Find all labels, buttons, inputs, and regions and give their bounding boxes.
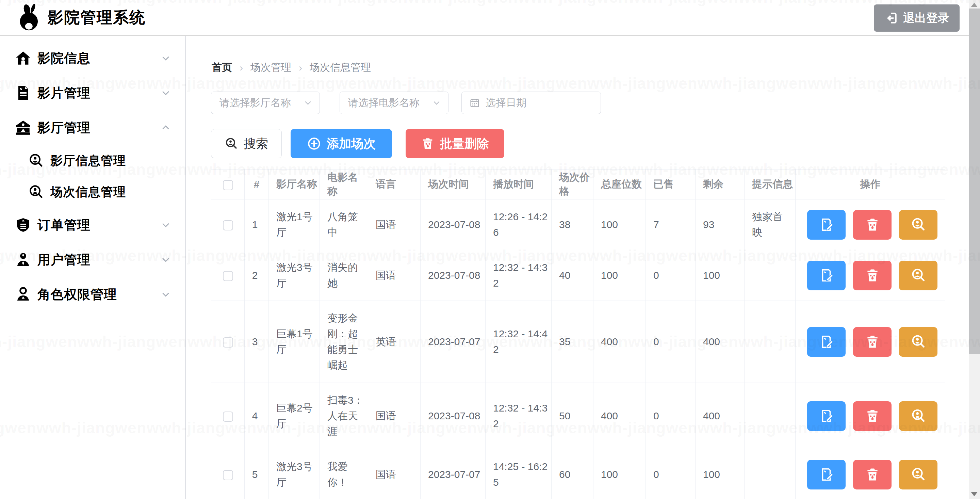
sidebar-item-cinema-info[interactable]: 影院信息 <box>0 41 185 76</box>
breadcrumb-home[interactable]: 首页 <box>212 61 232 75</box>
scrollbar-up-arrow[interactable] <box>971 3 978 7</box>
cell-play-time: 12:32 - 14:32 <box>485 250 552 301</box>
cell-play-time: 12:26 - 14:26 <box>485 199 552 250</box>
edit-button[interactable] <box>807 210 846 240</box>
breadcrumb-current: 场次信息管理 <box>310 61 371 75</box>
cell-movie: 变形金刚：超能勇士崛起 <box>320 301 368 383</box>
search-button[interactable]: 搜索 <box>211 129 282 158</box>
row-checkbox[interactable] <box>223 220 233 230</box>
col-header-session-date: 场次时间 <box>421 169 485 199</box>
cell-sold: 7 <box>646 199 695 250</box>
trash-icon <box>865 408 880 423</box>
cell-note <box>745 301 795 383</box>
cell-price: 50 <box>552 383 593 449</box>
delete-button[interactable] <box>853 401 891 431</box>
toolbar: 搜索 添加场次 批量删除 <box>211 129 504 158</box>
cell-total-seats: 400 <box>593 301 646 383</box>
view-button[interactable] <box>899 460 937 489</box>
view-button[interactable] <box>899 261 937 290</box>
cell-session-date: 2023-07-07 <box>421 301 485 383</box>
add-session-button[interactable]: 添加场次 <box>291 129 392 158</box>
delete-button[interactable] <box>853 261 891 290</box>
row-actions <box>803 460 942 489</box>
cell-session-date: 2023-07-08 <box>421 199 485 250</box>
cell-price: 60 <box>552 449 593 499</box>
sidebar-item-role-permission-mgmt[interactable]: 角色权限管理 <box>0 277 185 312</box>
edit-document-icon <box>819 217 834 233</box>
select-chevron-down-icon <box>432 98 441 108</box>
cell-note <box>745 383 795 449</box>
cell-sold: 0 <box>646 383 695 449</box>
sidebar-item-user-mgmt[interactable]: 用户管理 <box>0 242 185 277</box>
hall-name-select[interactable]: 请选择影厅名称 <box>211 92 320 114</box>
select-all-checkbox[interactable] <box>223 180 233 190</box>
cell-remaining: 100 <box>695 250 745 301</box>
view-button[interactable] <box>899 401 937 431</box>
add-session-label: 添加场次 <box>327 136 375 152</box>
scrollbar-thumb[interactable] <box>969 8 980 354</box>
cell-total-seats: 100 <box>593 199 646 250</box>
cell-price: 38 <box>552 199 593 250</box>
cell-price: 40 <box>552 250 593 301</box>
edit-button[interactable] <box>807 327 846 357</box>
cell-movie: 扫毒3：人在天涯 <box>320 383 368 449</box>
col-header-actions: 操作 <box>795 169 945 199</box>
sidebar-item-hall-mgmt[interactable]: 影厅管理 <box>0 110 185 145</box>
batch-delete-button[interactable]: 批量删除 <box>406 129 504 158</box>
search-label: 搜索 <box>243 136 268 152</box>
cell-note <box>745 449 795 499</box>
date-picker[interactable]: 选择日期 <box>461 92 601 114</box>
col-header-sold: 已售 <box>646 169 695 199</box>
sidebar-item-session-info-mgmt[interactable]: 场次信息管理 <box>0 176 185 208</box>
sidebar-item-order-mgmt[interactable]: 订单管理 <box>0 208 185 242</box>
movie-select-placeholder: 请选择电影名称 <box>348 96 432 110</box>
shield-icon <box>14 217 33 233</box>
sidebar-item-label: 影厅管理 <box>37 119 91 137</box>
edit-button[interactable] <box>807 261 846 290</box>
view-button[interactable] <box>899 210 937 240</box>
delete-button[interactable] <box>853 460 891 489</box>
cell-sold: 0 <box>646 250 695 301</box>
date-placeholder: 选择日期 <box>485 96 527 110</box>
cell-sold: 0 <box>646 449 695 499</box>
sidebar-item-film-mgmt[interactable]: 影片管理 <box>0 76 185 110</box>
cell-index: 1 <box>245 199 269 250</box>
delete-button[interactable] <box>853 210 891 240</box>
edit-button[interactable] <box>807 460 846 489</box>
user-icon <box>14 286 33 303</box>
table-row: 4 巨幕2号厅 扫毒3：人在天涯 国语 2023-07-08 12:32 - 1… <box>211 383 945 449</box>
row-checkbox[interactable] <box>223 411 233 422</box>
sidebar: 影院信息 影片管理 影厅管理 <box>0 36 186 499</box>
breadcrumb-session-mgmt[interactable]: 场次管理 <box>250 61 291 75</box>
cell-movie: 八角笼中 <box>320 199 368 250</box>
sidebar-item-hall-info-mgmt[interactable]: 影厅信息管理 <box>0 145 185 176</box>
chevron-down-icon <box>160 53 171 64</box>
logout-button[interactable]: 退出登录 <box>874 5 959 32</box>
hall-building-icon <box>14 119 33 136</box>
view-search-icon <box>911 467 926 482</box>
row-checkbox[interactable] <box>223 271 233 281</box>
movie-name-select[interactable]: 请选择电影名称 <box>340 92 449 114</box>
col-header-hall: 影厅名称 <box>269 169 320 199</box>
scrollbar-down-arrow[interactable] <box>971 492 978 496</box>
cell-hall: 激光1号厅 <box>269 199 320 250</box>
cell-sold: 0 <box>646 301 695 383</box>
cell-remaining: 400 <box>695 383 745 449</box>
chevron-up-icon <box>160 122 171 133</box>
edit-button[interactable] <box>807 401 846 431</box>
view-button[interactable] <box>899 327 937 357</box>
logout-exit-icon <box>884 11 898 25</box>
cell-index: 5 <box>245 449 269 499</box>
col-header-total-seats: 总座位数 <box>593 169 646 199</box>
trash-icon <box>865 334 880 349</box>
cell-remaining: 100 <box>695 449 745 499</box>
cell-total-seats: 400 <box>593 383 646 449</box>
row-checkbox[interactable] <box>223 337 233 348</box>
col-header-movie: 电影名称 <box>320 169 368 199</box>
cell-index: 3 <box>245 301 269 383</box>
logout-label: 退出登录 <box>903 10 950 26</box>
cell-language: 国语 <box>368 250 421 301</box>
row-checkbox[interactable] <box>223 470 233 480</box>
delete-button[interactable] <box>853 327 891 357</box>
table-row: 3 巨幕1号厅 变形金刚：超能勇士崛起 英语 2023-07-07 12:32 … <box>211 301 945 383</box>
